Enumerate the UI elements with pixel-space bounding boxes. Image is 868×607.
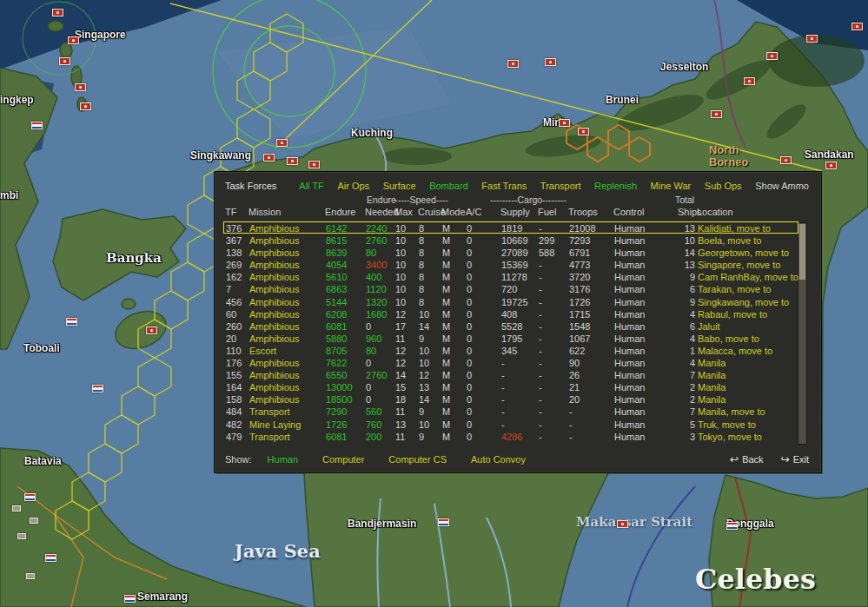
tf-row-20[interactable]: 20Amphibious5880960119M01795-1067Human4B… (223, 332, 798, 344)
cell-ships: 7 (679, 406, 698, 418)
filter-transport[interactable]: Transport (540, 181, 581, 191)
cell-ac: 0 (467, 406, 501, 418)
filter-fast-trans[interactable]: Fast Trans (481, 181, 527, 191)
show-filter-auto-convoy[interactable]: Auto Convoy (471, 454, 526, 465)
tf-row-269[interactable]: 269Amphibious40543400108M015369-4773Huma… (223, 258, 798, 270)
islet (60, 43, 72, 58)
cell-ships: 5 (679, 419, 698, 431)
tf-row-484[interactable]: 484Transport7290560119M0---Human7Manila,… (223, 405, 798, 417)
cell-cruise: 8 (419, 283, 442, 295)
tf-row-60[interactable]: 60Amphibious620816801210M0408-1715Human4… (223, 307, 798, 320)
cell-ships: 6 (679, 283, 698, 295)
cell-mission: Transport (249, 406, 326, 418)
filter-sub-ops[interactable]: Sub Ops (705, 181, 742, 191)
col-header-cruise[interactable]: Cruise (418, 207, 441, 219)
cell-max: 15 (395, 381, 419, 393)
cell-endure: 1726 (326, 419, 366, 431)
col-header-supply[interactable]: Supply (500, 207, 538, 219)
cell-mode: M (442, 345, 467, 357)
cell-needed: 400 (366, 271, 395, 283)
cell-supply: 15369 (501, 259, 539, 271)
col-header-ships[interactable]: Ships (678, 207, 697, 219)
cell-ac: 0 (467, 357, 501, 369)
col-header-troops[interactable]: Troops (568, 207, 613, 219)
show-filter-computer[interactable]: Computer (322, 454, 364, 465)
tf-row-376[interactable]: 376Amphibious61422240108M01819-21008Huma… (223, 221, 798, 234)
show-filter-computer-cs[interactable]: Computer CS (388, 454, 447, 465)
filter-air-ops[interactable]: Air Ops (337, 181, 369, 191)
col-header-endure[interactable]: Endure (325, 207, 365, 219)
cell-location: Tokyo, move to (698, 431, 798, 443)
cell-mode: M (442, 247, 467, 259)
cell-tf: 20 (226, 333, 249, 345)
tf-row-7[interactable]: 7Amphibious68631120108M0720-3176Human6Ta… (223, 282, 798, 294)
cell-troops: - (569, 431, 614, 443)
col-header-mission[interactable]: Mission (248, 207, 325, 219)
cell-max: 10 (395, 259, 419, 271)
cell-tf: 456 (226, 296, 249, 308)
col-header-tf[interactable]: TF (225, 207, 248, 219)
cell-fuel: - (539, 271, 569, 283)
cell-supply: 4286 (501, 431, 539, 443)
filter-show-ammo[interactable]: Show Ammo (755, 181, 809, 191)
group-header-total: Total (675, 195, 694, 205)
tf-row-162[interactable]: 162Amphibious5610400108M011278-3720Human… (223, 270, 798, 282)
nav-buttons: ↩ Back ↪ Exit (730, 453, 809, 465)
cell-max: 17 (395, 320, 419, 333)
filter-mine-war[interactable]: Mine War (651, 181, 692, 191)
col-header-needed[interactable]: Needed (365, 207, 394, 219)
tf-row-260[interactable]: 260Amphibious608101714M05528-1548Human6J… (223, 320, 798, 332)
islet (77, 97, 86, 111)
tf-row-479[interactable]: 479Transport6081200119M04286--Human3Toky… (223, 430, 798, 442)
col-header-control[interactable]: Control (613, 207, 678, 219)
cell-endure: 6081 (326, 431, 366, 443)
back-button[interactable]: ↩ Back (730, 453, 764, 465)
cell-fuel: - (539, 320, 569, 333)
cell-tf: 155 (226, 369, 249, 381)
col-header-mode[interactable]: Mode (441, 207, 466, 219)
tf-row-367[interactable]: 367Amphibious86152760108M0106692997293Hu… (223, 234, 798, 246)
cell-cruise: 9 (419, 333, 442, 345)
col-header-location[interactable]: Location (697, 207, 797, 219)
tf-row-164[interactable]: 164Amphibious1300001513M0--21Human2Manil… (223, 380, 798, 393)
cell-tf: 158 (226, 393, 249, 406)
tf-row-155[interactable]: 155Amphibious655027601412M0--26Human7Man… (223, 368, 798, 380)
col-header-a-c[interactable]: A/C (466, 207, 500, 219)
cell-supply: 19725 (501, 296, 539, 308)
scrollbar[interactable] (798, 222, 807, 445)
col-header-max[interactable]: Max (394, 207, 418, 219)
filter-all-tf[interactable]: All TF (299, 181, 324, 191)
scrollbar-thumb[interactable] (799, 224, 805, 280)
cell-control: Human (614, 222, 679, 234)
tf-row-176[interactable]: 176Amphibious762201210M0--90Human4Manila (223, 356, 798, 368)
col-header-fuel[interactable]: Fuel (538, 207, 568, 219)
tf-row-456[interactable]: 456Amphibious51441320108M019725-1726Huma… (223, 295, 798, 307)
cell-cruise: 13 (419, 381, 442, 393)
cell-tf: 60 (226, 308, 249, 320)
cell-ships: 2 (679, 381, 698, 393)
filter-replenish[interactable]: Replenish (594, 181, 637, 191)
cell-endure: 7290 (326, 406, 366, 418)
exit-button[interactable]: ↪ Exit (781, 453, 809, 465)
game-map[interactable]: SingaporeingkepmbiJesseltonBruneiMiriKuc… (0, 0, 868, 607)
cell-ac: 0 (467, 259, 501, 271)
cell-troops: 622 (569, 345, 614, 357)
tf-row-110[interactable]: 110Escort8705801210M0345-622Human1Malacc… (223, 344, 798, 356)
cell-ac: 0 (467, 381, 501, 393)
cell-supply: 345 (501, 345, 539, 357)
cell-max: 11 (395, 333, 419, 345)
cell-cruise: 14 (419, 320, 442, 333)
cell-mission: Escort (249, 345, 326, 357)
cell-control: Human (614, 247, 679, 259)
filter-surface[interactable]: Surface (383, 181, 416, 191)
cell-troops: - (569, 406, 614, 418)
tf-row-158[interactable]: 158Amphibious1850001814M0--20Human2Manil… (223, 393, 798, 405)
filter-bombard[interactable]: Bombard (429, 181, 468, 191)
cell-mission: Amphibious (249, 296, 326, 308)
cell-ac: 0 (467, 234, 501, 247)
cell-control: Human (614, 283, 679, 295)
tf-row-138[interactable]: 138Amphibious863980108M0270895886791Huma… (223, 246, 798, 258)
tf-row-482[interactable]: 482Mine Laying17267601310M0---Human5Truk… (223, 418, 798, 430)
cell-ac: 0 (467, 320, 501, 333)
show-filter-human[interactable]: Human (268, 454, 298, 465)
